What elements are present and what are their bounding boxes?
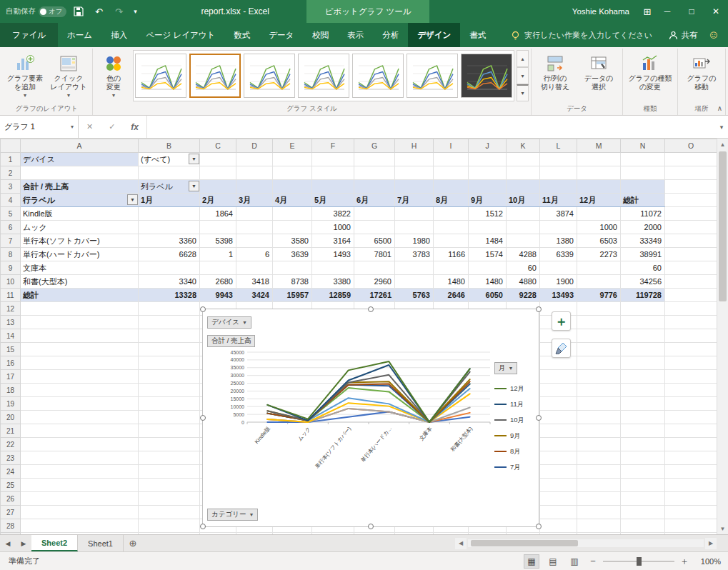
cell-L26[interactable]	[540, 492, 577, 506]
formula-input[interactable]	[147, 116, 715, 138]
cell-N10[interactable]: 34256	[621, 275, 665, 289]
cell-H1[interactable]	[395, 153, 434, 166]
cell-A17[interactable]	[21, 370, 139, 384]
column-header-J[interactable]: J	[469, 139, 507, 153]
page-layout-view-button[interactable]: ▤	[545, 554, 561, 569]
cell-D8[interactable]: 6	[236, 248, 273, 261]
column-header-A[interactable]: A	[21, 139, 139, 153]
cell-B11[interactable]: 13328	[139, 289, 200, 302]
quick-layout-button[interactable]: クイック レイアウト ▾	[47, 50, 90, 103]
cell-L19[interactable]	[540, 397, 577, 411]
ribbon-tab-デザイン[interactable]: デザイン	[408, 23, 460, 47]
cell-A25[interactable]	[21, 479, 139, 492]
cell-I8[interactable]: 1166	[434, 248, 469, 261]
chart-style-thumbnail-3[interactable]	[244, 54, 295, 98]
row-header-9[interactable]: 9	[1, 261, 21, 275]
cell-H8[interactable]: 3783	[395, 248, 434, 261]
cell-C2[interactable]	[200, 166, 236, 180]
insert-function-button[interactable]: fx	[131, 122, 139, 132]
cell-M6[interactable]: 1000	[577, 221, 621, 234]
cell-O6[interactable]	[665, 221, 717, 234]
ribbon-tab-ファイル[interactable]: ファイル	[0, 23, 58, 47]
cell-M2[interactable]	[577, 166, 621, 180]
cell-L17[interactable]	[540, 370, 577, 384]
cell-E4[interactable]: 4月	[273, 194, 312, 207]
cell-K8[interactable]: 4288	[507, 248, 540, 261]
cell-B8[interactable]: 6628	[139, 248, 200, 261]
cell-B19[interactable]	[139, 397, 200, 411]
cell-B5[interactable]	[139, 207, 200, 221]
cell-N14[interactable]	[621, 329, 665, 343]
cell-K10[interactable]: 4880	[507, 275, 540, 289]
cell-C6[interactable]	[200, 221, 236, 234]
cell-O28[interactable]	[665, 519, 717, 533]
cell-L24[interactable]	[540, 465, 577, 479]
cell-A22[interactable]	[21, 438, 139, 451]
cell-J10[interactable]: 1480	[469, 275, 507, 289]
row-header-15[interactable]: 15	[1, 343, 21, 356]
cell-O12[interactable]	[665, 302, 717, 316]
cell-M20[interactable]	[577, 411, 621, 424]
cell-I9[interactable]	[434, 261, 469, 275]
cell-O16[interactable]	[665, 356, 717, 370]
row-header-26[interactable]: 26	[1, 492, 21, 506]
column-header-B[interactable]: B	[139, 139, 200, 153]
select-all-corner[interactable]	[1, 139, 21, 153]
cell-N28[interactable]	[621, 519, 665, 533]
cell-L9[interactable]	[540, 261, 577, 275]
cell-A4[interactable]: 行ラベル▼	[21, 194, 139, 207]
select-data-button[interactable]: データの 選択	[577, 50, 620, 103]
pivot-chart[interactable]: 0500010000150002000025000300003500040000…	[202, 309, 539, 527]
row-header-2[interactable]: 2	[1, 166, 21, 180]
cell-B12[interactable]	[139, 302, 200, 316]
cell-L1[interactable]	[540, 153, 577, 166]
selection-handle[interactable]	[200, 306, 206, 312]
zoom-level[interactable]: 100%	[695, 557, 721, 566]
cell-D1[interactable]	[236, 153, 273, 166]
cell-B26[interactable]	[139, 492, 200, 506]
cell-K4[interactable]: 10月	[507, 194, 540, 207]
cell-N15[interactable]	[621, 343, 665, 356]
row-header-25[interactable]: 25	[1, 479, 21, 492]
cell-E1[interactable]	[273, 153, 312, 166]
sheet-tab-Sheet1[interactable]: Sheet1	[78, 535, 124, 551]
cell-A11[interactable]: 総計	[21, 289, 139, 302]
cell-B23[interactable]	[139, 451, 200, 465]
gallery-more-button[interactable]: ▾	[517, 84, 529, 101]
cell-J4[interactable]: 9月	[469, 194, 507, 207]
chart-style-thumbnail-7[interactable]	[461, 54, 512, 98]
cell-F9[interactable]	[312, 261, 354, 275]
maximize-button[interactable]: □	[679, 0, 704, 23]
chevron-down-icon[interactable]: ▾	[71, 124, 74, 130]
horizontal-scroll-track[interactable]	[468, 539, 704, 547]
cell-M5[interactable]	[577, 207, 621, 221]
selection-handle[interactable]	[536, 524, 542, 529]
sheet-nav-left-button[interactable]: ◀	[0, 535, 16, 551]
sheet-tab-Sheet2[interactable]: Sheet2	[31, 535, 78, 551]
tell-me-box[interactable]: 実行したい作業を入力してください	[511, 23, 652, 47]
chart-style-thumbnail-6[interactable]	[407, 54, 458, 98]
chart-style-thumbnail-4[interactable]	[298, 54, 349, 98]
cell-N18[interactable]	[621, 384, 665, 397]
cell-D3[interactable]	[236, 180, 273, 194]
cell-N13[interactable]	[621, 316, 665, 329]
autosave-toggle[interactable]: 自動保存 オフ	[6, 6, 66, 17]
cell-N25[interactable]	[621, 479, 665, 492]
cell-L10[interactable]: 1900	[540, 275, 577, 289]
cell-A7[interactable]: 単行本(ソフトカバー)	[21, 234, 139, 248]
row-header-1[interactable]: 1	[1, 153, 21, 166]
cell-M3[interactable]	[577, 180, 621, 194]
cell-K29[interactable]	[507, 533, 540, 535]
column-header-N[interactable]: N	[621, 139, 665, 153]
horizontal-scroll-thumb[interactable]	[471, 540, 578, 546]
cell-O24[interactable]	[665, 465, 717, 479]
cell-L28[interactable]	[540, 519, 577, 533]
cell-N6[interactable]: 2000	[621, 221, 665, 234]
cell-B24[interactable]	[139, 465, 200, 479]
scroll-up-button[interactable]: ▲	[717, 139, 728, 150]
cell-E10[interactable]: 8738	[273, 275, 312, 289]
cell-C5[interactable]: 1864	[200, 207, 236, 221]
cell-J1[interactable]	[469, 153, 507, 166]
ribbon-tab-分析[interactable]: 分析	[373, 23, 408, 47]
cell-M13[interactable]	[577, 316, 621, 329]
